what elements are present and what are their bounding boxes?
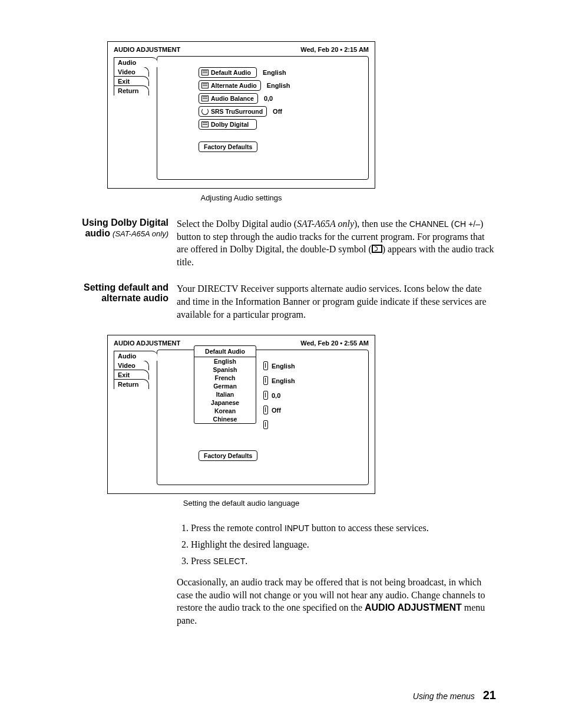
slider-handle-icon: [263, 361, 268, 370]
lang-option[interactable]: Spanish: [194, 365, 256, 374]
page-footer: Using the menus 21: [413, 689, 496, 702]
list-icon: [201, 121, 209, 127]
panel-title: AUDIO ADJUSTMENT: [114, 340, 180, 347]
lang-option[interactable]: Italian: [194, 390, 256, 398]
value-label: 0,0: [272, 392, 280, 399]
lang-option[interactable]: French: [194, 374, 256, 382]
step-1: Press the remote control INPUT button to…: [191, 523, 496, 533]
tab-exit[interactable]: Exit: [114, 76, 149, 86]
tab-return[interactable]: Return: [114, 85, 149, 95]
section-body-default-alt: Your DIRECTV Receiver supports alternate…: [177, 282, 496, 321]
dolby-d-icon: [372, 245, 382, 253]
slider-handle-icon: [263, 376, 268, 385]
srs-trusurround-button[interactable]: SRS TruSurround: [199, 106, 267, 117]
list-icon: [201, 70, 209, 75]
factory-defaults-button[interactable]: Factory Defaults: [199, 141, 257, 152]
factory-defaults-button[interactable]: Factory Defaults: [199, 450, 257, 461]
lang-option[interactable]: German: [194, 382, 256, 390]
section-heading-dolby: Using Dolby Digital audio (SAT-A65A only…: [66, 218, 177, 268]
panel-title: AUDIO ADJUSTMENT: [114, 46, 180, 53]
audio-balance-button[interactable]: Audio Balance: [199, 93, 258, 104]
value-label: English: [272, 377, 295, 384]
value-label: English: [272, 363, 295, 370]
tab-video[interactable]: Video: [114, 360, 149, 370]
lang-option[interactable]: English: [194, 357, 256, 365]
figure-2-caption: Setting the default audio language: [107, 499, 375, 508]
tab-return[interactable]: Return: [114, 379, 149, 389]
alternate-audio-button[interactable]: Alternate Audio: [199, 80, 261, 91]
alternate-audio-value: English: [267, 82, 290, 89]
value-label: Off: [272, 407, 281, 414]
slider-handle-icon: [263, 420, 268, 429]
lang-option[interactable]: Korean: [194, 407, 256, 415]
default-audio-button[interactable]: Default Audio: [199, 67, 257, 78]
slider-handle-icon: [263, 406, 268, 414]
audio-adjustment-screenshot-2: AUDIO ADJUSTMENT Wed, Feb 20 • 2:55 AM A…: [107, 335, 375, 494]
tab-video[interactable]: Video: [114, 67, 149, 77]
popup-title: Default Audio: [194, 346, 256, 357]
list-icon: [201, 95, 209, 101]
lang-option[interactable]: Japanese: [194, 398, 256, 407]
default-audio-value: English: [263, 69, 286, 76]
lang-option[interactable]: Chinese: [194, 415, 256, 423]
cycle-icon: [201, 108, 209, 115]
section-body-dolby: Select the Dolby Digital audio (SAT-A65A…: [177, 218, 496, 268]
dolby-digital-button[interactable]: Dolby Digital: [199, 119, 257, 130]
figure-1-caption: Adjusting Audio settings: [107, 193, 375, 202]
tab-audio[interactable]: Audio: [114, 351, 158, 361]
tab-exit[interactable]: Exit: [114, 370, 149, 380]
audio-balance-value: 0,0: [264, 95, 273, 102]
section-heading-default-alt: Setting default and alternate audio: [66, 282, 177, 321]
step-3: Press SELECT.: [191, 556, 496, 566]
slider-handle-icon: [263, 391, 268, 400]
closing-paragraph: Occasionally, an audio track may be offe…: [177, 576, 496, 627]
tab-audio[interactable]: Audio: [114, 57, 158, 67]
srs-value: Off: [273, 108, 282, 115]
step-2: Highlight the desired language.: [191, 539, 496, 550]
panel-timestamp: Wed, Feb 20 • 2:15 AM: [300, 46, 369, 53]
instruction-list: Press the remote control INPUT button to…: [177, 523, 496, 566]
panel-timestamp: Wed, Feb 20 • 2:55 AM: [300, 340, 369, 347]
audio-adjustment-screenshot-1: AUDIO ADJUSTMENT Wed, Feb 20 • 2:15 AM A…: [107, 41, 375, 189]
default-audio-popup: Default Audio English Spanish French Ger…: [194, 345, 256, 424]
list-icon: [201, 83, 209, 88]
